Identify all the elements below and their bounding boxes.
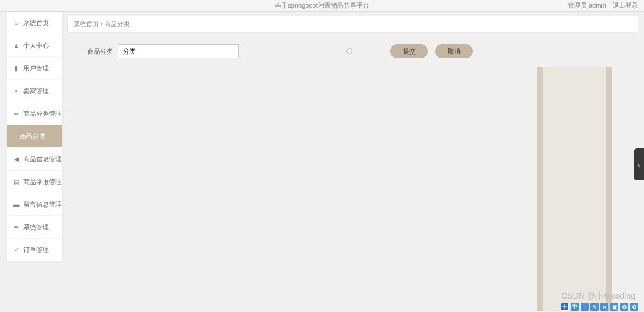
user-icon: ▲: [13, 42, 20, 49]
chevron-left-icon: ‹: [638, 160, 641, 169]
sidebar-label: 系统首页: [23, 19, 49, 27]
right-panel: [537, 67, 612, 311]
message-icon: ▬: [13, 201, 20, 208]
ime-toolbar: 王 中 ⁝ ✎ ✕ ▣ ⚙ ⚙: [561, 303, 638, 311]
report-icon: ▤: [13, 178, 20, 185]
sidebar: ⌂ 系统首页 ▲ 个人中心 ▮ 用户管理 ▪ 卖家管理 ▪▪ 商品分类管理 商品…: [7, 12, 62, 261]
sidebar-label: 商品分类管理: [23, 109, 62, 118]
sidebar-item-users[interactable]: ▮ 用户管理: [7, 57, 62, 80]
ime-icon[interactable]: 王: [561, 303, 569, 311]
seller-icon: ▪: [13, 87, 20, 94]
sidebar-item-category-mgmt[interactable]: ▪▪ 商品分类管理: [7, 102, 62, 125]
sidebar-item-system[interactable]: ▪▪ 系统管理: [7, 216, 62, 239]
sidebar-label: 系统管理: [23, 223, 49, 232]
sidebar-item-orders[interactable]: ✓ 订单管理: [7, 239, 62, 261]
sidebar-label: 商品分类: [20, 132, 45, 141]
settings-icon: ▪▪: [13, 224, 20, 231]
order-icon: ✓: [13, 246, 20, 253]
header-bar: 基于springboot闲置物品共享平台 管理员 admin 退出登录: [0, 0, 644, 12]
category-input[interactable]: [118, 44, 239, 58]
ime-icon[interactable]: 中: [571, 303, 579, 311]
radio-icon: [346, 48, 352, 54]
watermark: CSDN @小蔡coding: [561, 291, 635, 302]
sidebar-label: 商品信息管理: [23, 155, 62, 164]
grid-icon: ▪▪: [13, 110, 20, 117]
sidebar-item-category[interactable]: 商品分类: [7, 125, 62, 148]
send-icon: ◀: [13, 155, 20, 162]
category-label: 商品分类: [87, 47, 113, 56]
ime-icon[interactable]: ✎: [590, 303, 599, 311]
ime-icon[interactable]: ⚙: [630, 303, 638, 311]
app-title: 基于springboot闲置物品共享平台: [275, 1, 369, 10]
breadcrumb-home[interactable]: 系统首页: [73, 20, 99, 27]
home-icon: ⌂: [13, 19, 20, 26]
form-area: 商品分类 提交 取消: [67, 44, 638, 58]
sidebar-item-sellers[interactable]: ▪ 卖家管理: [7, 80, 62, 102]
ime-icon[interactable]: ✕: [600, 303, 608, 311]
form-buttons: 提交 取消: [390, 44, 473, 58]
sidebar-label: 个人中心: [23, 41, 49, 50]
sidebar-item-profile[interactable]: ▲ 个人中心: [7, 34, 62, 57]
users-icon: ▮: [13, 65, 20, 72]
sidebar-label: 用户管理: [23, 64, 49, 73]
sidebar-item-home[interactable]: ⌂ 系统首页: [7, 12, 62, 34]
sidebar-item-messages[interactable]: ▬ 留言信息管理: [7, 193, 62, 216]
ime-icon[interactable]: ⁝: [581, 303, 589, 311]
sidebar-item-product-info[interactable]: ◀ 商品信息管理: [7, 148, 62, 171]
ime-icon[interactable]: ▣: [610, 303, 618, 311]
breadcrumb-current: 商品分类: [104, 20, 130, 27]
logout-link[interactable]: 退出登录: [613, 2, 638, 9]
submit-button[interactable]: 提交: [390, 44, 428, 58]
admin-label[interactable]: 管理员 admin: [568, 2, 606, 9]
sidebar-label: 商品举报管理: [23, 178, 62, 186]
breadcrumb: 系统首页 / 商品分类: [67, 16, 638, 33]
ime-icon[interactable]: ⚙: [620, 303, 628, 311]
radio-option[interactable]: [346, 48, 352, 54]
header-right: 管理员 admin 退出登录: [563, 1, 638, 10]
sidebar-label: 卖家管理: [23, 87, 49, 95]
cancel-button[interactable]: 取消: [435, 44, 473, 58]
slide-tab[interactable]: ‹: [634, 148, 644, 180]
breadcrumb-separator: /: [101, 20, 102, 27]
sidebar-label: 留言信息管理: [23, 200, 62, 209]
sidebar-item-report[interactable]: ▤ 商品举报管理: [7, 171, 62, 193]
sidebar-label: 订单管理: [23, 246, 49, 254]
